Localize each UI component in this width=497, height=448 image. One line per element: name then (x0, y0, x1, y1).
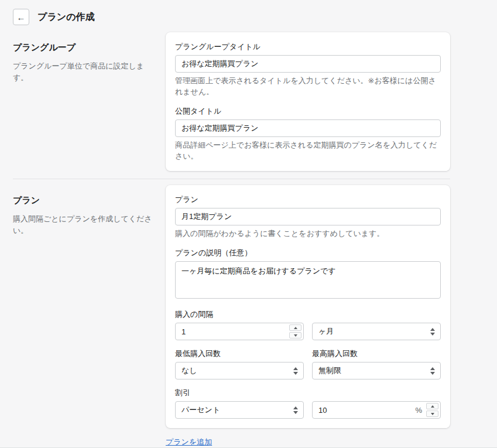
page-header: ← プランの作成 (0, 0, 497, 32)
plan-group-annotation: プラングループ プラングループ単位で商品に設定します。 (13, 32, 153, 83)
max-purchases-value: 無制限 (318, 365, 341, 376)
arrow-up-icon (431, 405, 434, 408)
plan-annotation: プラン 購入間隔ごとにプランを作成してください。 (13, 185, 153, 236)
section-divider (13, 179, 450, 179)
min-purchases-label: 最低購入回数 (175, 348, 304, 359)
discount-label: 割引 (175, 388, 441, 398)
spinner-up-button[interactable] (289, 324, 301, 331)
interval-unit-value: ヶ月 (318, 326, 334, 337)
min-purchases-value: なし (181, 365, 197, 376)
arrow-down-icon (431, 413, 434, 415)
max-purchases-label: 最高購入回数 (312, 348, 441, 359)
interval-field: 購入の間隔 ヶ月 (175, 309, 441, 340)
spinner-down-button[interactable] (426, 411, 438, 417)
plan-group-card: プラングループタイトル 管理画面上で表示されるタイトルを入力してください。※お客… (166, 32, 450, 171)
back-button[interactable]: ← (13, 9, 29, 25)
plan-card: プラン 購入の間隔がわかるように書くことをおすすめしています。 プランの説明（任… (166, 185, 450, 428)
plan-heading: プラン (13, 195, 153, 206)
select-caret-icon (293, 406, 298, 414)
group-title-label: プラングループタイトル (175, 42, 441, 52)
interval-unit-select[interactable]: ヶ月 (312, 323, 441, 340)
discount-type-value: パーセント (181, 405, 220, 415)
group-title-field: プラングループタイトル 管理画面上で表示されるタイトルを入力してください。※お客… (175, 42, 441, 98)
plan-create-page: ← プランの作成 プラングループ プラングループ単位で商品に設定します。 プラン… (0, 0, 497, 448)
select-caret-icon (293, 367, 298, 375)
public-title-help: 商品詳細ページ上でお客様に表示される定期購買のプラン名を入力してください。 (175, 140, 441, 162)
discount-field: 割引 パーセント % (175, 388, 441, 419)
plan-section: プラン 購入間隔ごとにプランを作成してください。 プラン 購入の間隔がわかるよう… (0, 185, 497, 428)
interval-number-input[interactable] (175, 323, 304, 340)
plan-group-heading: プラングループ (13, 42, 153, 53)
purchase-count-row: 最低購入回数 なし 最高購入回数 無制限 (175, 348, 441, 379)
group-title-input[interactable] (175, 55, 441, 73)
plan-description-text: 購入間隔ごとにプランを作成してください。 (13, 213, 153, 236)
interval-number-stepper (175, 323, 304, 340)
plan-description-textarea[interactable]: 一ヶ月毎に定期商品をお届けするプランです (175, 261, 441, 299)
select-caret-icon (430, 328, 435, 336)
min-purchases-field: 最低購入回数 なし (175, 348, 304, 379)
plan-name-field: プラン 購入の間隔がわかるように書くことをおすすめしています。 (175, 194, 441, 240)
spinner-up-button[interactable] (426, 403, 438, 409)
interval-spinner (289, 324, 301, 338)
plan-group-section: プラングループ プラングループ単位で商品に設定します。 プラングループタイトル … (0, 32, 497, 171)
public-title-field: 公開タイトル 商品詳細ページ上でお客様に表示される定期購買のプラン名を入力してく… (175, 106, 441, 162)
page-title: プランの作成 (37, 11, 95, 23)
plan-name-help: 購入の間隔がわかるように書くことをおすすめしています。 (175, 228, 441, 240)
plan-name-input[interactable] (175, 208, 441, 225)
plan-description-label: プランの説明（任意） (175, 248, 441, 258)
arrow-up-icon (294, 327, 297, 329)
back-arrow-icon: ← (17, 13, 26, 22)
plan-name-label: プラン (175, 194, 441, 205)
percent-suffix: % (415, 406, 422, 415)
max-purchases-field: 最高購入回数 無制限 (312, 348, 441, 379)
discount-amount-stepper: % (312, 401, 441, 419)
arrow-down-icon (294, 334, 297, 337)
plan-description-field: プランの説明（任意） 一ヶ月毎に定期商品をお届けするプランです (175, 248, 441, 301)
select-caret-icon (430, 367, 435, 375)
public-title-label: 公開タイトル (175, 106, 441, 117)
min-purchases-select[interactable]: なし (175, 362, 304, 379)
spinner-down-button[interactable] (289, 332, 301, 338)
add-plan-row: プランを追加 (0, 428, 497, 447)
interval-label: 購入の間隔 (175, 309, 441, 320)
plan-group-description: プラングループ単位で商品に設定します。 (13, 60, 153, 83)
discount-type-select[interactable]: パーセント (175, 401, 304, 419)
public-title-input[interactable] (175, 119, 441, 137)
max-purchases-select[interactable]: 無制限 (312, 362, 441, 379)
discount-spinner (426, 403, 438, 417)
group-title-help: 管理画面上で表示されるタイトルを入力してください。※お客様には公開されません。 (175, 76, 441, 98)
add-plan-link[interactable]: プランを追加 (166, 437, 212, 446)
